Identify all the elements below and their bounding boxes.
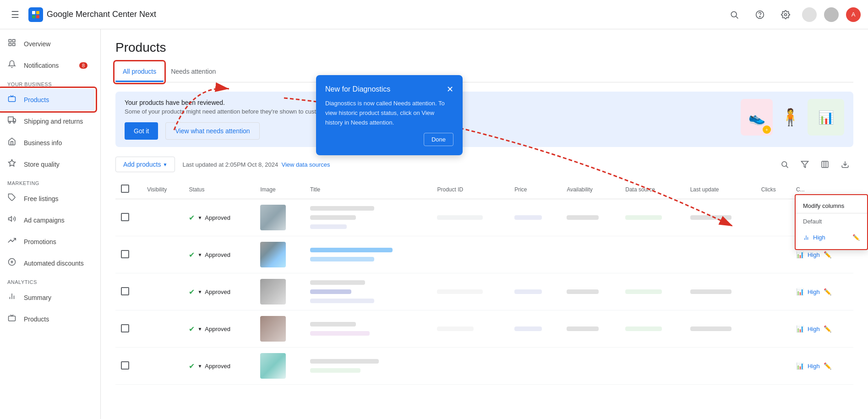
search-icon[interactable] (725, 5, 743, 24)
main-layout: Overview Notifications 8 YOUR BUSINESS P… (0, 29, 868, 419)
products-label: Products (24, 96, 49, 103)
row-product-id (431, 199, 509, 236)
th-product-id[interactable]: Product ID (431, 180, 509, 199)
user-avatar[interactable]: A (846, 7, 861, 22)
row-visibility (142, 199, 183, 236)
svg-rect-12 (13, 44, 15, 46)
row-availability (561, 310, 620, 348)
edit-icon[interactable]: ✏️ (824, 362, 831, 370)
columns-icon[interactable] (817, 156, 833, 173)
th-price[interactable]: Price (509, 180, 561, 199)
status-label: Approved (205, 326, 230, 332)
sidebar-item-products[interactable]: Products (0, 89, 95, 110)
status-dropdown-icon[interactable]: ▼ (197, 252, 202, 257)
th-image[interactable]: Image (255, 180, 305, 199)
diagnostics-tooltip: New for Diagnostics ✕ Diagnostics is now… (316, 75, 463, 155)
row-price (509, 348, 561, 385)
toolbar: Add products ▼ Last updated at 2:05PM Oc… (115, 156, 853, 173)
edit-icon[interactable]: ✏️ (824, 325, 831, 332)
svg-rect-2 (32, 15, 35, 18)
toolbar-last-updated: Last updated at 2:05PM Oct 8, 2024 View … (182, 161, 330, 168)
status-dropdown-icon[interactable]: ▼ (197, 364, 202, 369)
toolbar-right (776, 156, 853, 173)
th-availability[interactable]: Availability (561, 180, 620, 199)
sidebar-item-business-info[interactable]: Business info (0, 132, 95, 153)
tooltip-title-row: New for Diagnostics ✕ (325, 84, 453, 94)
sidebar-item-notifications[interactable]: Notifications 8 (0, 54, 95, 76)
row-visibility (142, 310, 183, 348)
edit-icon[interactable]: ✏️ (824, 251, 831, 258)
row-clicks (756, 310, 791, 348)
row-checkbox[interactable] (115, 199, 142, 236)
status-dropdown-icon[interactable]: ▼ (197, 215, 202, 220)
your-business-section: YOUR BUSINESS (0, 76, 100, 89)
app-title: Google Merchant Center Next (47, 10, 156, 19)
edit-icon[interactable]: ✏️ (824, 288, 831, 295)
modify-columns-high[interactable]: High ✏️ (796, 229, 867, 245)
overview-icon (7, 38, 16, 49)
svg-rect-31 (822, 161, 828, 168)
sidebar-item-label: Overview (24, 40, 50, 48)
row-checkbox[interactable] (115, 310, 142, 348)
svg-point-16 (9, 121, 11, 123)
row-checkbox[interactable] (115, 348, 142, 385)
th-data-source[interactable]: Data source (620, 180, 684, 199)
row-product-id (431, 310, 509, 348)
tab-needs-attention[interactable]: Needs attention (164, 62, 223, 82)
svg-rect-27 (9, 316, 16, 321)
th-last-update[interactable]: Last update (685, 180, 756, 199)
header-right: A (725, 5, 861, 24)
sidebar-item-promotions[interactable]: Promotions (0, 231, 95, 252)
tab-all-products[interactable]: All products (115, 62, 164, 82)
table-header-row: Visibility Status Image Title Product ID… (115, 180, 853, 199)
th-visibility[interactable]: Visibility (142, 180, 183, 199)
ad-campaigns-icon (7, 215, 16, 225)
view-attention-button[interactable]: View what needs attention (165, 122, 259, 140)
got-it-button[interactable]: Got it (125, 122, 158, 140)
help-icon[interactable] (751, 5, 769, 24)
row-last-update (685, 310, 756, 348)
sidebar-item-shipping[interactable]: Shipping and returns (0, 110, 95, 132)
avatar-placeholder-1[interactable] (802, 7, 817, 22)
modify-columns-default[interactable]: Default (796, 213, 867, 229)
sidebar-item-ad-campaigns[interactable]: Ad campaigns (0, 209, 95, 231)
sidebar-item-products-analytics[interactable]: Products (0, 308, 95, 330)
th-clicks[interactable]: Clicks (756, 180, 791, 199)
status-check-icon: ✔ (189, 288, 195, 296)
row-last-update (685, 273, 756, 310)
avatar-placeholder-2[interactable] (824, 7, 839, 22)
row-c: 📊 High ✏️ (791, 348, 853, 385)
download-icon[interactable] (837, 156, 853, 173)
sidebar-item-summary[interactable]: Summary (0, 287, 95, 308)
row-checkbox[interactable] (115, 236, 142, 273)
sidebar-item-free-listings[interactable]: Free listings (0, 188, 95, 209)
status-dropdown-icon[interactable]: ▼ (197, 289, 202, 294)
search-table-icon[interactable] (776, 156, 793, 173)
sidebar-item-store-quality[interactable]: Store quality (0, 153, 95, 175)
row-data-source (620, 273, 684, 310)
status-dropdown-icon[interactable]: ▼ (197, 326, 202, 332)
row-data-source (620, 348, 684, 385)
hamburger-icon[interactable]: ☰ (7, 5, 23, 24)
row-data-source (620, 310, 684, 348)
status-label: Approved (205, 363, 230, 370)
add-products-button[interactable]: Add products ▼ (115, 157, 175, 172)
sidebar-item-automated-discounts[interactable]: Automated discounts (0, 252, 95, 274)
svg-rect-14 (8, 117, 13, 121)
illus-box-2: 📊 (808, 99, 844, 136)
view-data-sources-link[interactable]: View data sources (282, 161, 330, 168)
products-table: Visibility Status Image Title Product ID… (115, 180, 853, 385)
high-edit-icon[interactable]: ✏️ (852, 234, 860, 241)
sidebar-item-overview[interactable]: Overview (0, 33, 95, 54)
status-label: Approved (205, 214, 230, 221)
svg-line-29 (786, 166, 788, 168)
row-availability (561, 199, 620, 236)
th-title[interactable]: Title (305, 180, 431, 199)
shipping-label: Shipping and returns (24, 118, 83, 125)
row-checkbox[interactable] (115, 273, 142, 310)
filter-icon[interactable] (797, 156, 813, 173)
done-button[interactable]: Done (424, 133, 453, 146)
th-status[interactable]: Status (183, 180, 255, 199)
tooltip-close-button[interactable]: ✕ (447, 84, 453, 94)
settings-icon[interactable] (776, 5, 795, 24)
